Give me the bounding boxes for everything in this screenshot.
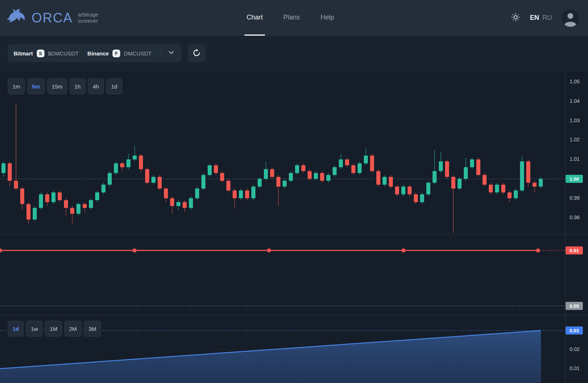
app-header: ORCA arbitrage screener Chart Plans Help…	[0, 0, 588, 36]
spread-zero-badge: 0.00	[566, 302, 583, 310]
spot-symbol: $DMCUSDT	[48, 50, 79, 57]
tf-1d[interactable]: 1d	[106, 78, 122, 94]
spot-exchange-name: Bitmart	[14, 50, 33, 57]
tf-lower-1d[interactable]: 1d	[8, 321, 24, 337]
lower-timeframe-buttons: 1d 1w 1M 2M 3M	[8, 321, 101, 337]
brand[interactable]: ORCA arbitrage screener	[0, 8, 154, 28]
price-tick-1-03: 1.03	[570, 118, 580, 123]
price-timeframe-buttons: 1m 5m 15m 1h 4h 1d	[8, 78, 122, 94]
futures-symbol: DMCUSDT	[124, 50, 151, 57]
price-tick-1-05: 1.05	[570, 79, 580, 84]
brand-name: ORCA	[32, 10, 73, 26]
nav-chart[interactable]: Chart	[244, 0, 265, 36]
tf-15m[interactable]: 15m	[47, 78, 67, 94]
refresh-button[interactable]	[188, 44, 205, 62]
pair-toolbar: Bitmart S $DMCUSDT Binance F DMCUSDT Bin…	[0, 36, 588, 72]
cumulative-value-badge: 0.03	[566, 326, 583, 335]
price-tick-1-01: 1.01	[570, 156, 580, 162]
tf-lower-3M[interactable]: 3M	[84, 321, 101, 337]
theme-toggle-sun-icon[interactable]	[511, 12, 520, 24]
refresh-icon	[192, 48, 201, 59]
pane-divider-2	[0, 315, 588, 315]
price-tick-1-02: 1.02	[570, 137, 580, 142]
main-nav: Chart Plans Help	[244, 0, 336, 36]
tf-1h[interactable]: 1h	[69, 78, 86, 94]
cumulative-tick-0-02: 0.02	[570, 346, 580, 352]
tf-lower-1w[interactable]: 1w	[26, 321, 43, 337]
lang-ru[interactable]: RU	[542, 14, 552, 22]
price-tick-1-04: 1.04	[570, 98, 580, 104]
language-switcher: EN RU	[530, 14, 552, 22]
selector-divider	[161, 49, 161, 57]
spot-badge: S	[37, 50, 44, 57]
nav-help[interactable]: Help	[318, 0, 336, 36]
current-price-badge: 1.00	[566, 175, 583, 183]
tf-1m[interactable]: 1m	[8, 78, 25, 94]
cumulative-tick-0-01: 0.01	[570, 365, 580, 371]
price-tick-0-99: 0.99	[570, 195, 580, 201]
price-axis-separator	[565, 72, 566, 383]
price-tick-0-98: 0.98	[570, 214, 580, 220]
lang-en[interactable]: EN	[530, 14, 539, 22]
chevron-down-icon[interactable]	[167, 48, 175, 58]
tf-lower-2M[interactable]: 2M	[64, 321, 82, 337]
futures-badge: F	[112, 50, 120, 57]
price-candlestick-chart[interactable]	[0, 72, 565, 234]
spread-value-badge: 0.01	[566, 246, 583, 254]
nav-plans[interactable]: Plans	[281, 0, 302, 36]
chart-region: 1m 5m 15m 1h 4h 1d 1d 1w 1M 2M 3M 1.05 1…	[0, 72, 588, 383]
spread-line-chart[interactable]	[0, 235, 565, 315]
pane-divider-1	[0, 234, 588, 235]
header-right: EN RU	[511, 0, 579, 36]
tf-lower-1M[interactable]: 1M	[45, 321, 62, 337]
user-avatar[interactable]	[562, 9, 579, 27]
futures-exchange-name: Binance	[87, 50, 109, 57]
brand-tagline: arbitrage screener	[78, 12, 98, 24]
pair-selector[interactable]: Bitmart S $DMCUSDT Binance F DMCUSDT	[8, 44, 181, 62]
tf-4h[interactable]: 4h	[88, 78, 104, 94]
orca-logo-icon	[6, 8, 26, 28]
tf-5m[interactable]: 5m	[27, 78, 45, 94]
